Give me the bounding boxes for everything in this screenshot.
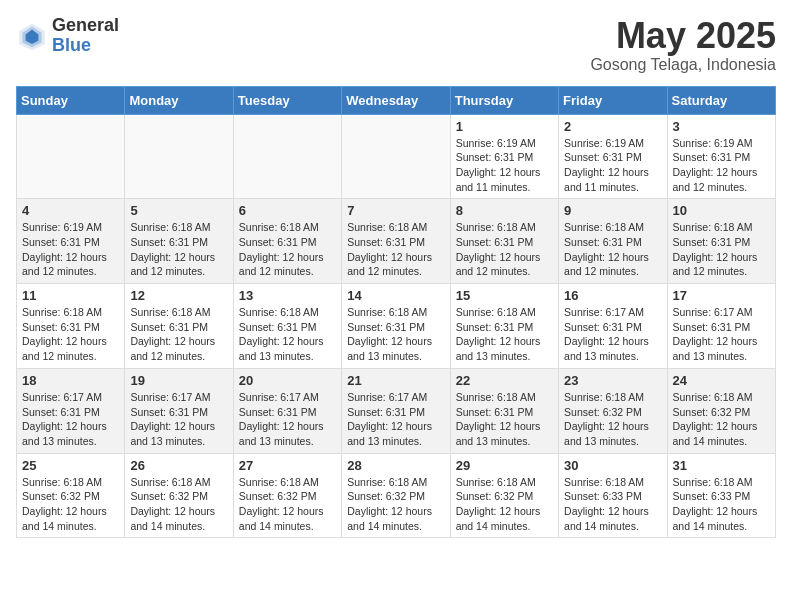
calendar-cell: 4Sunrise: 6:19 AM Sunset: 6:31 PM Daylig… <box>17 199 125 284</box>
calendar-cell: 27Sunrise: 6:18 AM Sunset: 6:32 PM Dayli… <box>233 453 341 538</box>
calendar-cell: 11Sunrise: 6:18 AM Sunset: 6:31 PM Dayli… <box>17 284 125 369</box>
day-number: 22 <box>456 373 553 388</box>
day-number: 9 <box>564 203 661 218</box>
day-number: 12 <box>130 288 227 303</box>
calendar-cell: 7Sunrise: 6:18 AM Sunset: 6:31 PM Daylig… <box>342 199 450 284</box>
day-info: Sunrise: 6:17 AM Sunset: 6:31 PM Dayligh… <box>673 305 770 364</box>
calendar-cell: 23Sunrise: 6:18 AM Sunset: 6:32 PM Dayli… <box>559 368 667 453</box>
day-number: 10 <box>673 203 770 218</box>
day-info: Sunrise: 6:18 AM Sunset: 6:31 PM Dayligh… <box>22 305 119 364</box>
day-number: 21 <box>347 373 444 388</box>
calendar-cell: 1Sunrise: 6:19 AM Sunset: 6:31 PM Daylig… <box>450 114 558 199</box>
calendar-cell: 31Sunrise: 6:18 AM Sunset: 6:33 PM Dayli… <box>667 453 775 538</box>
logo-icon <box>16 20 48 52</box>
day-number: 26 <box>130 458 227 473</box>
day-number: 24 <box>673 373 770 388</box>
calendar-cell: 12Sunrise: 6:18 AM Sunset: 6:31 PM Dayli… <box>125 284 233 369</box>
day-info: Sunrise: 6:18 AM Sunset: 6:31 PM Dayligh… <box>239 220 336 279</box>
day-info: Sunrise: 6:18 AM Sunset: 6:31 PM Dayligh… <box>130 220 227 279</box>
calendar-cell: 13Sunrise: 6:18 AM Sunset: 6:31 PM Dayli… <box>233 284 341 369</box>
week-row-2: 4Sunrise: 6:19 AM Sunset: 6:31 PM Daylig… <box>17 199 776 284</box>
location-title: Gosong Telaga, Indonesia <box>590 56 776 74</box>
day-number: 28 <box>347 458 444 473</box>
day-info: Sunrise: 6:18 AM Sunset: 6:31 PM Dayligh… <box>347 305 444 364</box>
day-info: Sunrise: 6:18 AM Sunset: 6:31 PM Dayligh… <box>564 220 661 279</box>
page-header: General Blue May 2025 Gosong Telaga, Ind… <box>16 16 776 74</box>
day-number: 6 <box>239 203 336 218</box>
day-info: Sunrise: 6:18 AM Sunset: 6:32 PM Dayligh… <box>564 390 661 449</box>
calendar-cell <box>342 114 450 199</box>
day-info: Sunrise: 6:18 AM Sunset: 6:33 PM Dayligh… <box>673 475 770 534</box>
day-number: 8 <box>456 203 553 218</box>
day-info: Sunrise: 6:18 AM Sunset: 6:31 PM Dayligh… <box>456 305 553 364</box>
logo-general-text: General <box>52 16 119 36</box>
calendar-cell: 22Sunrise: 6:18 AM Sunset: 6:31 PM Dayli… <box>450 368 558 453</box>
calendar-cell: 9Sunrise: 6:18 AM Sunset: 6:31 PM Daylig… <box>559 199 667 284</box>
logo-text: General Blue <box>52 16 119 56</box>
logo: General Blue <box>16 16 119 56</box>
week-row-1: 1Sunrise: 6:19 AM Sunset: 6:31 PM Daylig… <box>17 114 776 199</box>
weekday-header-thursday: Thursday <box>450 86 558 114</box>
weekday-header-monday: Monday <box>125 86 233 114</box>
day-info: Sunrise: 6:19 AM Sunset: 6:31 PM Dayligh… <box>673 136 770 195</box>
calendar-cell: 2Sunrise: 6:19 AM Sunset: 6:31 PM Daylig… <box>559 114 667 199</box>
calendar-cell: 14Sunrise: 6:18 AM Sunset: 6:31 PM Dayli… <box>342 284 450 369</box>
day-number: 4 <box>22 203 119 218</box>
calendar-cell: 21Sunrise: 6:17 AM Sunset: 6:31 PM Dayli… <box>342 368 450 453</box>
weekday-header-tuesday: Tuesday <box>233 86 341 114</box>
calendar-cell: 24Sunrise: 6:18 AM Sunset: 6:32 PM Dayli… <box>667 368 775 453</box>
calendar-cell: 29Sunrise: 6:18 AM Sunset: 6:32 PM Dayli… <box>450 453 558 538</box>
calendar-cell: 20Sunrise: 6:17 AM Sunset: 6:31 PM Dayli… <box>233 368 341 453</box>
day-info: Sunrise: 6:17 AM Sunset: 6:31 PM Dayligh… <box>347 390 444 449</box>
day-number: 30 <box>564 458 661 473</box>
calendar-cell <box>233 114 341 199</box>
day-number: 31 <box>673 458 770 473</box>
calendar-table: SundayMondayTuesdayWednesdayThursdayFrid… <box>16 86 776 539</box>
day-number: 2 <box>564 119 661 134</box>
weekday-header-saturday: Saturday <box>667 86 775 114</box>
calendar-cell: 19Sunrise: 6:17 AM Sunset: 6:31 PM Dayli… <box>125 368 233 453</box>
week-row-5: 25Sunrise: 6:18 AM Sunset: 6:32 PM Dayli… <box>17 453 776 538</box>
week-row-4: 18Sunrise: 6:17 AM Sunset: 6:31 PM Dayli… <box>17 368 776 453</box>
calendar-cell <box>125 114 233 199</box>
calendar-cell: 16Sunrise: 6:17 AM Sunset: 6:31 PM Dayli… <box>559 284 667 369</box>
day-info: Sunrise: 6:17 AM Sunset: 6:31 PM Dayligh… <box>22 390 119 449</box>
day-info: Sunrise: 6:18 AM Sunset: 6:31 PM Dayligh… <box>673 220 770 279</box>
day-info: Sunrise: 6:19 AM Sunset: 6:31 PM Dayligh… <box>22 220 119 279</box>
day-number: 16 <box>564 288 661 303</box>
day-info: Sunrise: 6:18 AM Sunset: 6:32 PM Dayligh… <box>22 475 119 534</box>
day-info: Sunrise: 6:17 AM Sunset: 6:31 PM Dayligh… <box>564 305 661 364</box>
weekday-header-wednesday: Wednesday <box>342 86 450 114</box>
weekday-header-sunday: Sunday <box>17 86 125 114</box>
calendar-cell: 25Sunrise: 6:18 AM Sunset: 6:32 PM Dayli… <box>17 453 125 538</box>
day-info: Sunrise: 6:17 AM Sunset: 6:31 PM Dayligh… <box>239 390 336 449</box>
calendar-cell: 28Sunrise: 6:18 AM Sunset: 6:32 PM Dayli… <box>342 453 450 538</box>
calendar-cell: 15Sunrise: 6:18 AM Sunset: 6:31 PM Dayli… <box>450 284 558 369</box>
day-info: Sunrise: 6:18 AM Sunset: 6:32 PM Dayligh… <box>456 475 553 534</box>
day-number: 27 <box>239 458 336 473</box>
day-info: Sunrise: 6:18 AM Sunset: 6:32 PM Dayligh… <box>239 475 336 534</box>
day-number: 17 <box>673 288 770 303</box>
day-number: 25 <box>22 458 119 473</box>
day-info: Sunrise: 6:19 AM Sunset: 6:31 PM Dayligh… <box>456 136 553 195</box>
day-number: 29 <box>456 458 553 473</box>
day-number: 15 <box>456 288 553 303</box>
calendar-cell: 30Sunrise: 6:18 AM Sunset: 6:33 PM Dayli… <box>559 453 667 538</box>
calendar-cell: 5Sunrise: 6:18 AM Sunset: 6:31 PM Daylig… <box>125 199 233 284</box>
calendar-cell: 10Sunrise: 6:18 AM Sunset: 6:31 PM Dayli… <box>667 199 775 284</box>
day-number: 20 <box>239 373 336 388</box>
day-number: 18 <box>22 373 119 388</box>
calendar-cell: 6Sunrise: 6:18 AM Sunset: 6:31 PM Daylig… <box>233 199 341 284</box>
weekday-header-row: SundayMondayTuesdayWednesdayThursdayFrid… <box>17 86 776 114</box>
day-info: Sunrise: 6:18 AM Sunset: 6:31 PM Dayligh… <box>347 220 444 279</box>
day-number: 23 <box>564 373 661 388</box>
calendar-cell: 3Sunrise: 6:19 AM Sunset: 6:31 PM Daylig… <box>667 114 775 199</box>
week-row-3: 11Sunrise: 6:18 AM Sunset: 6:31 PM Dayli… <box>17 284 776 369</box>
day-info: Sunrise: 6:18 AM Sunset: 6:32 PM Dayligh… <box>347 475 444 534</box>
calendar-cell <box>17 114 125 199</box>
day-info: Sunrise: 6:18 AM Sunset: 6:32 PM Dayligh… <box>130 475 227 534</box>
day-number: 19 <box>130 373 227 388</box>
calendar-cell: 26Sunrise: 6:18 AM Sunset: 6:32 PM Dayli… <box>125 453 233 538</box>
day-number: 5 <box>130 203 227 218</box>
day-info: Sunrise: 6:17 AM Sunset: 6:31 PM Dayligh… <box>130 390 227 449</box>
